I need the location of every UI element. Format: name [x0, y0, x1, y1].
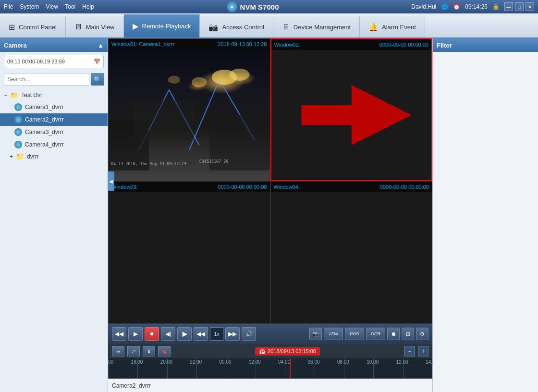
- tree-group-label: Test Dvr: [21, 92, 42, 98]
- tl-zoom-out-btn[interactable]: −: [404, 346, 415, 356]
- video-window-2[interactable]: Window02: 0000-00-00 00:00:00: [270, 38, 433, 181]
- step-fwd-button[interactable]: |▶: [177, 327, 192, 341]
- tab-bar: ⊞ Control Panel 🖥 Main View ▶ Remote Pla…: [0, 13, 538, 38]
- ocr-button[interactable]: OCR: [366, 328, 385, 340]
- title-left: File System View Tool Help: [4, 3, 94, 10]
- minimize-button[interactable]: —: [504, 2, 513, 11]
- tab-alarm-event-label: Alarm Event: [382, 24, 416, 31]
- camera-label-bar: Camera2_dvrrr: [108, 379, 432, 392]
- timeline-ruler[interactable]: 16:0018:0020:0022:0000:0002:0004:0006:00…: [108, 358, 432, 379]
- tl-settings-btn[interactable]: ⇔: [112, 346, 124, 356]
- search-input[interactable]: [4, 73, 89, 86]
- volume-button[interactable]: 🔊: [242, 327, 256, 341]
- grid-button[interactable]: ⊞: [402, 328, 414, 340]
- camera3-icon: [14, 128, 22, 136]
- playback-controls: ◀◀ ▶ ■ ◀| |▶ ◀◀ 1x ▶▶ 🔊 📷 ATM POS OCR ⏺ …: [108, 324, 432, 344]
- tree-item-camera4[interactable]: Camera4_dvrrr: [0, 138, 108, 151]
- tl-download-btn[interactable]: ⬇: [143, 346, 155, 356]
- sidebar-collapse-icon[interactable]: ▲: [98, 42, 104, 49]
- main-content: Camera ▲ 09.13 00:00-09.19 23:59 📅 🔍 − 📁…: [0, 38, 538, 392]
- camera2-icon: [14, 116, 22, 123]
- title-bar: File System View Tool Help ● NVM S7000 D…: [0, 0, 538, 13]
- camera1-feed: 04-13 2018, Thu Sep 13 00:12:29 CH463510…: [109, 49, 270, 181]
- tl-bookmark-btn[interactable]: 🔖: [158, 346, 171, 356]
- main-view-icon: 🖥: [74, 23, 82, 31]
- window3-timestamp: 0000-00-00 00:00:00: [218, 184, 267, 190]
- video-window-3[interactable]: Window03: 0000-00-00 00:00:00: [108, 181, 270, 324]
- current-datetime: 2018/09/13 02:15:08: [268, 348, 316, 354]
- menu-tool[interactable]: Tool: [65, 3, 75, 10]
- tree-group-test-dvr[interactable]: − 📁 Test Dvr: [0, 89, 108, 101]
- tree-item-camera3[interactable]: Camera3_dvrrr: [0, 126, 108, 138]
- tree-group-dvrrr[interactable]: + 📁 dvrrr: [0, 151, 108, 162]
- sidebar-title: Camera: [4, 42, 27, 49]
- video-window-4[interactable]: Window04: 0000-00-00 00:00:00: [270, 181, 433, 324]
- date-range-display[interactable]: 09.13 00:00-09.19 23:59 📅: [4, 55, 104, 68]
- snapshot-button[interactable]: 📷: [309, 328, 322, 340]
- calendar-icon-small: 📅: [259, 348, 266, 355]
- tab-device-management[interactable]: 🖥 Device Management: [273, 16, 360, 37]
- camera-tree: − 📁 Test Dvr Camera1_dvrrr Camera2_dvrrr…: [0, 87, 108, 392]
- play-button[interactable]: ▶: [128, 327, 143, 341]
- menu-view[interactable]: View: [46, 3, 58, 10]
- video-window-1[interactable]: Window01: Camera1_dvrrr 2018-09-13 00:12…: [108, 38, 270, 181]
- remote-playback-icon: ▶: [133, 22, 138, 31]
- tl-label-2000: 20:00: [160, 359, 172, 365]
- close-button[interactable]: ✕: [526, 2, 534, 11]
- dvrrr-label: dvrrr: [27, 153, 39, 160]
- tab-alarm-event[interactable]: 🔔 Alarm Event: [360, 16, 425, 37]
- camera2-label: Camera2_dvrrr: [25, 116, 64, 123]
- window1-label: Window01: Camera1_dvrrr: [111, 41, 174, 47]
- speed-display: 1x: [210, 327, 223, 341]
- red-arrow-indicator: [271, 50, 432, 180]
- prev-frame-button[interactable]: ◀◀: [112, 327, 126, 341]
- menu-system[interactable]: System: [20, 3, 39, 10]
- tl-zoom-in-btn[interactable]: +: [418, 346, 428, 356]
- collapse-sidebar-button[interactable]: ◀: [108, 172, 114, 191]
- fast-fwd-button[interactable]: ▶▶: [225, 327, 240, 341]
- window4-label: Window04:: [274, 184, 300, 190]
- tab-remote-playback[interactable]: ▶ Remote Playback: [124, 14, 200, 37]
- tl-split-btn[interactable]: ⇌: [127, 346, 140, 356]
- search-button[interactable]: 🔍: [91, 73, 104, 86]
- lock-icon: 🔒: [492, 3, 500, 10]
- stop-button[interactable]: ■: [145, 327, 159, 341]
- tree-item-camera1[interactable]: Camera1_dvrrr: [0, 101, 108, 113]
- filter-header: Filter: [433, 38, 538, 52]
- alarm-event-icon: 🔔: [368, 23, 378, 32]
- tree-item-camera2[interactable]: Camera2_dvrrr: [0, 113, 108, 126]
- tl-label-0600: 06:00: [308, 359, 320, 365]
- tab-control-panel-label: Control Panel: [19, 24, 57, 31]
- fast-rev-button[interactable]: ◀◀: [194, 327, 208, 341]
- timeline-toolbar: ⇔ ⇌ ⬇ 🔖 📅 2018/09/13 02:15:08 − +: [108, 344, 432, 358]
- settings-button[interactable]: ⚙: [416, 328, 428, 340]
- video-window-1-content: 04-13 2018, Thu Sep 13 00:12:29 CH463510…: [109, 49, 270, 181]
- svg-rect-10: [134, 100, 194, 140]
- menu-file[interactable]: File: [4, 3, 13, 10]
- svg-point-6: [230, 69, 250, 81]
- dvrrr-expand-icon: +: [10, 153, 13, 160]
- svg-marker-14: [301, 85, 411, 145]
- video-window-2-header: Window02: 0000-00-00 00:00:00: [271, 39, 432, 50]
- logo-text: NVM S7000: [240, 3, 279, 11]
- camera3-label: Camera3_dvrrr: [25, 129, 64, 135]
- pos-button[interactable]: POS: [345, 328, 364, 340]
- window4-timestamp: 0000-00-00 00:00:00: [380, 184, 429, 190]
- record-button[interactable]: ⏺: [387, 328, 400, 340]
- step-back-button[interactable]: ◀|: [161, 327, 175, 341]
- menu-help[interactable]: Help: [82, 3, 94, 10]
- window2-timestamp: 0000-00-00 00:00:00: [379, 42, 428, 48]
- right-panel: Filter: [432, 38, 538, 392]
- tab-access-control[interactable]: 📷 Access Control: [200, 16, 273, 37]
- tab-main-view[interactable]: 🖥 Main View: [66, 16, 124, 37]
- tl-label-1200: 12:00: [396, 359, 408, 365]
- tab-control-panel[interactable]: ⊞ Control Panel: [0, 16, 66, 37]
- maximize-button[interactable]: □: [515, 2, 524, 11]
- atm-button[interactable]: ATM: [324, 328, 343, 340]
- menu-items: File System View Tool Help: [4, 3, 94, 10]
- date-range-text: 09.13 00:00-09.19 23:59: [7, 59, 65, 64]
- svg-text:CH4635107 29: CH4635107 29: [199, 159, 229, 164]
- globe-icon: 🌐: [441, 3, 448, 10]
- sidebar-header: Camera ▲: [0, 38, 108, 52]
- title-right: David.Hui 🌐 ⏰ 09:14:25 🔒 — □ ✕: [411, 2, 534, 11]
